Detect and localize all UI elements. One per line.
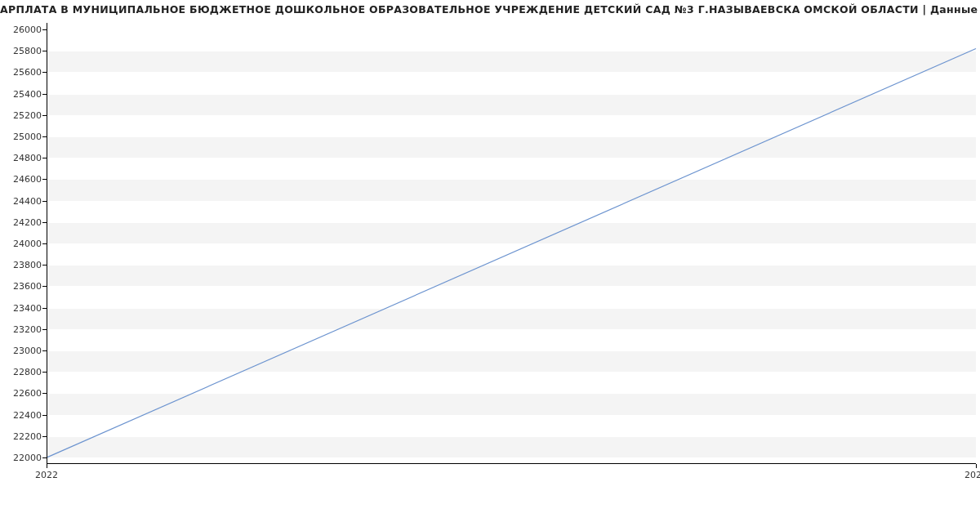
y-tick-label: 25200: [13, 109, 42, 120]
y-tick-label: 22800: [13, 367, 42, 377]
y-tick-mark: [42, 243, 47, 244]
x-tick-label: 2022: [35, 470, 58, 480]
y-tick-label: 24200: [13, 216, 42, 227]
x-tick-label: 2025: [964, 470, 980, 480]
y-tick-mark: [42, 350, 47, 351]
y-tick-label: 22400: [13, 409, 42, 420]
y-tick-mark: [42, 222, 47, 223]
y-tick-label: 22000: [13, 453, 42, 463]
y-tick-label: 23400: [13, 302, 42, 313]
y-tick-mark: [42, 329, 47, 330]
y-tick-mark: [42, 436, 47, 437]
x-tick-mark: [47, 464, 47, 468]
y-tick-label: 24000: [13, 239, 42, 249]
y-tick-label: 24400: [13, 195, 42, 206]
y-tick-label: 24800: [13, 153, 42, 163]
y-tick-mark: [42, 372, 47, 373]
y-tick-mark: [42, 179, 47, 180]
y-tick-label: 25000: [13, 131, 42, 141]
y-tick-mark: [42, 415, 47, 416]
y-tick-label: 25600: [13, 67, 42, 78]
y-tick-mark: [42, 94, 47, 95]
y-tick-label: 25400: [13, 88, 42, 99]
y-tick-label: 26000: [13, 24, 42, 34]
y-tick-mark: [42, 158, 47, 158]
y-tick-label: 24600: [13, 174, 42, 185]
y-tick-label: 22600: [13, 388, 42, 399]
y-tick-mark: [42, 201, 47, 202]
x-tick-mark: [976, 464, 977, 468]
y-tick-label: 23600: [13, 281, 42, 292]
plot-frame: [47, 23, 976, 464]
y-tick-mark: [42, 72, 47, 73]
y-tick-mark: [42, 136, 47, 137]
y-tick-label: 23200: [13, 324, 42, 334]
y-tick-mark: [42, 393, 47, 394]
chart-container: АРПЛАТА В МУНИЦИПАЛЬНОЕ БЮДЖЕТНОЕ ДОШКОЛ…: [0, 0, 980, 531]
chart-title: АРПЛАТА В МУНИЦИПАЛЬНОЕ БЮДЖЕТНОЕ ДОШКОЛ…: [0, 3, 980, 16]
y-tick-label: 22200: [13, 431, 42, 441]
y-tick-label: 23800: [13, 260, 42, 270]
y-tick-mark: [42, 51, 47, 51]
y-tick-label: 23000: [13, 346, 42, 356]
y-tick-mark: [42, 265, 47, 266]
y-tick-mark: [42, 457, 47, 458]
y-tick-mark: [42, 286, 47, 287]
y-tick-mark: [42, 115, 47, 116]
y-tick-label: 25800: [13, 46, 42, 56]
plot-area: 2200022200224002260022800230002320023400…: [47, 23, 976, 464]
y-tick-mark: [42, 308, 47, 309]
y-tick-mark: [42, 29, 47, 30]
